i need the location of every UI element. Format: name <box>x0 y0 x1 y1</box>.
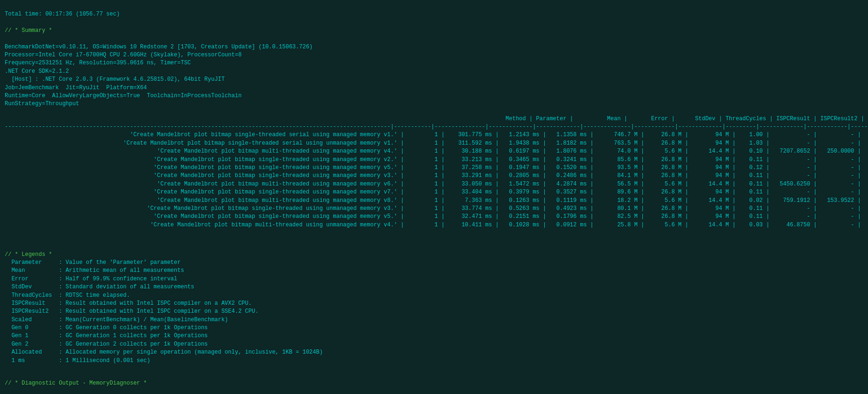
legend-item: Gen 2 : GC Generation 2 collects per 1k … <box>5 340 863 348</box>
table-row: 'Create Mandelbrot plot bitmap single-th… <box>5 139 863 147</box>
job-info-line: Job=JemBenchmark Jit=RyuJit Platform=X64 <box>5 84 863 92</box>
blank3 <box>5 388 863 394</box>
table-row: 'Create Mandelbrot plot bitmap single-th… <box>5 172 863 180</box>
table-row: 'Create Mandelbrot plot bitmap single-th… <box>5 213 863 221</box>
job-info-line: RunStrategy=Throughput <box>5 100 863 108</box>
benchmark-table: Method | Parameter | Mean | Error | StdD… <box>5 115 863 229</box>
blank-line <box>5 236 863 244</box>
diagnostic-header: // * Diagnostic Output - MemoryDiagnoser… <box>5 380 147 386</box>
table-row: 'Create Mandelbrot plot bitmap single-th… <box>5 131 863 139</box>
job-info-line: Runtime=Core AllowVeryLargeObjects=True … <box>5 92 863 100</box>
table-header: Method | Parameter | Mean | Error | StdD… <box>5 115 863 123</box>
summary-header: // * Summary * <box>5 27 52 34</box>
legend-item: 1 ms : 1 Millisecond (0.001 sec) <box>5 357 863 365</box>
system-info-line: Frequency=2531251 Hz, Resolution=395.061… <box>5 59 863 67</box>
legends-section: // * Legends * <box>5 244 863 259</box>
legends-list: Parameter : Value of the 'Parameter' par… <box>5 259 863 365</box>
table-row: 'Create Mandelbrot plot bitmap multi-thr… <box>5 197 863 205</box>
legend-item: ISPCResult : Result obtained with Intel … <box>5 300 863 308</box>
table-row: 'Create Mandelbrot plot bitmap multi-thr… <box>5 147 863 155</box>
legend-item: StdDev : Standard deviation of all measu… <box>5 283 863 291</box>
legend-item: Parameter : Value of the 'Parameter' par… <box>5 259 863 267</box>
table-row: 'Create Mandelbrot plot bitmap single-th… <box>5 188 863 196</box>
legend-item: Mean : Arithmetic mean of all measuremen… <box>5 267 863 275</box>
legend-item: Scaled : Mean(CurrentBenchmark) / Mean(B… <box>5 316 863 324</box>
legend-item: Gen 1 : GC Generation 1 collects per 1k … <box>5 332 863 340</box>
terminal-output: Total time: 00:17:36 (1056.77 sec) // * … <box>5 4 863 43</box>
table-separator: ----------------------------------------… <box>5 123 863 131</box>
table-row: 'Create Mandelbrot plot bitmap single-th… <box>5 156 863 164</box>
table-row: 'Create Mandelbrot plot bitmap multi-thr… <box>5 221 863 229</box>
table-row: 'Create Mandelbrot plot bitmap multi-thr… <box>5 180 863 188</box>
legend-item: Gen 0 : GC Generation 0 collects per 1k … <box>5 324 863 332</box>
blank2 <box>5 365 863 373</box>
legend-item: Error : Half of 99.9% confidence interva… <box>5 275 863 283</box>
legend-item: Allocated : Allocated memory per single … <box>5 348 863 356</box>
system-info-line: .NET Core SDK=2.1.2 <box>5 68 863 76</box>
system-info-line: [Host] : .NET Core 2.0.3 (Framework 4.6.… <box>5 76 863 84</box>
table-row: 'Create Mandelbrot plot bitmap single-th… <box>5 205 863 213</box>
legend-item: ISPCResult2 : Result obtained with Intel… <box>5 308 863 316</box>
legend-item: ThreadCycles : RDTSC time elapsed. <box>5 292 863 300</box>
table-row: 'Create Mandelbrot plot bitmap single-th… <box>5 164 863 172</box>
timing-line: Total time: 00:17:36 (1056.77 sec) <box>5 11 120 17</box>
system-info-line: BenchmarkDotNet=v0.10.11, OS=Windows 10 … <box>5 43 863 51</box>
diagnostic-section: // * Diagnostic Output - MemoryDiagnoser… <box>5 373 863 387</box>
legends-header: // * Legends * <box>5 251 52 258</box>
table-section: Method | Parameter | Mean | Error | StdD… <box>5 108 863 236</box>
job-info: Job=JemBenchmark Jit=RyuJit Platform=X64… <box>5 84 863 108</box>
system-info: BenchmarkDotNet=v0.10.11, OS=Windows 10 … <box>5 43 863 84</box>
system-info-line: Processor=Intel Core i7-6700HQ CPU 2.60G… <box>5 51 863 59</box>
